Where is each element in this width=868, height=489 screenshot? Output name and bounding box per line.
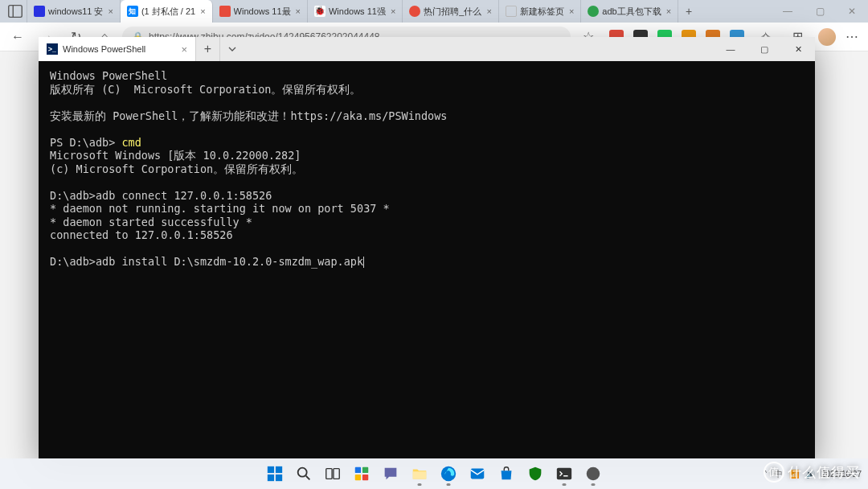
profile-avatar[interactable] (818, 28, 836, 46)
favicon-icon (34, 6, 45, 17)
new-tab-button[interactable]: + (678, 0, 699, 23)
tab-title: Windows 11强 (329, 6, 386, 18)
tab-title: (1 封私信 / 21 (141, 6, 195, 18)
taskbar: ˄ 中 📶 🔊 2021/10/27 (0, 458, 868, 489)
browser-tab-strip: windows11 安× 知(1 封私信 / 21× Windows 11最× … (0, 0, 868, 23)
maximize-icon[interactable]: ▢ (747, 37, 781, 61)
favicon-icon (219, 6, 231, 17)
favicon-icon: 知 (127, 6, 138, 17)
term-line: connected to 127.0.0.1:58526 (50, 228, 233, 241)
watermark-text: 什么值得买 (788, 463, 860, 482)
svg-rect-8 (326, 469, 332, 479)
favicon-icon (506, 6, 517, 17)
favicon-icon (409, 6, 420, 17)
watermark: 值 什么值得买 (764, 462, 860, 483)
minimize-icon[interactable]: — (714, 37, 747, 61)
svg-line-7 (306, 476, 310, 480)
browser-tab-active[interactable]: 知(1 封私信 / 21× (121, 0, 213, 23)
favicon-icon (588, 6, 599, 17)
svg-rect-2 (268, 466, 274, 473)
close-icon[interactable]: × (391, 6, 395, 16)
terminal-tab-bar: >_ Windows PowerShell × + — ▢ ✕ (39, 37, 815, 61)
svg-rect-3 (276, 466, 282, 473)
svg-rect-4 (268, 475, 274, 481)
store-button[interactable] (493, 460, 520, 487)
term-command-line: D:\adb>adb install D:\smzdm-10.2.0-smzdm… (50, 255, 363, 268)
term-line: D:\adb>adb connect 127.0.0.1:58526 (50, 189, 272, 202)
terminal-output[interactable]: Windows PowerShell 版权所有 (C) Microsoft Co… (39, 61, 815, 458)
start-button[interactable] (261, 460, 289, 487)
terminal-button[interactable] (551, 460, 578, 487)
browser-tab[interactable]: windows11 安× (27, 0, 121, 23)
explorer-button[interactable] (406, 460, 433, 487)
tab-title: 新建标签页 (520, 6, 564, 18)
svg-point-6 (298, 468, 307, 477)
terminal-window: >_ Windows PowerShell × + — ▢ ✕ Windows … (39, 37, 815, 458)
terminal-tab[interactable]: >_ Windows PowerShell × (39, 37, 195, 61)
close-icon[interactable]: × (666, 6, 671, 16)
terminal-dropdown-button[interactable] (219, 37, 244, 61)
svg-rect-11 (362, 467, 368, 473)
svg-rect-10 (355, 467, 361, 473)
close-icon[interactable]: × (569, 6, 574, 16)
close-icon[interactable]: × (486, 6, 491, 16)
minimize-icon[interactable]: — (772, 0, 804, 23)
favicon-icon: 🐞 (314, 6, 326, 17)
browser-tab[interactable]: 热门招聘_什么× (403, 0, 499, 23)
close-icon[interactable]: ✕ (781, 37, 815, 61)
tab-title: Windows 11最 (234, 6, 291, 18)
maximize-icon[interactable]: ▢ (804, 0, 836, 23)
close-icon[interactable]: × (296, 6, 301, 16)
mail-button[interactable] (464, 460, 491, 487)
browser-tab[interactable]: adb工具包下载× (581, 0, 678, 23)
term-line: 版权所有 (C) Microsoft Corporation。保留所有权利。 (50, 83, 361, 96)
svg-rect-0 (8, 6, 22, 18)
term-line: 安装最新的 PowerShell，了解新功能和改进！https://aka.ms… (50, 109, 447, 122)
browser-tab[interactable]: 🐞Windows 11强× (308, 0, 403, 23)
tab-title: 热门招聘_什么 (424, 6, 481, 18)
new-terminal-tab-button[interactable]: + (195, 37, 219, 61)
close-icon[interactable]: ✕ (836, 0, 868, 23)
svg-rect-9 (334, 469, 339, 479)
close-icon[interactable]: × (108, 6, 113, 16)
term-line: Windows PowerShell (50, 69, 167, 82)
sidebar-toggle-icon[interactable] (3, 0, 27, 23)
menu-icon[interactable]: ⋯ (845, 29, 858, 44)
wsa-button[interactable] (579, 460, 607, 487)
browser-tab[interactable]: 新建标签页× (499, 0, 581, 23)
widgets-button[interactable] (348, 460, 375, 487)
svg-rect-16 (471, 469, 485, 479)
term-command: cmd (121, 136, 141, 149)
terminal-tab-title: Windows PowerShell (63, 44, 145, 54)
svg-rect-17 (557, 468, 571, 480)
svg-point-18 (587, 467, 600, 481)
svg-rect-5 (276, 475, 282, 481)
powershell-icon: >_ (47, 43, 58, 55)
svg-rect-13 (362, 475, 368, 480)
close-icon[interactable]: × (181, 43, 187, 55)
close-icon[interactable]: × (200, 6, 205, 16)
term-line: (c) Microsoft Corporation。保留所有权利。 (50, 162, 303, 175)
tab-title: windows11 安 (48, 6, 103, 18)
term-line: * daemon started successfully * (50, 216, 252, 228)
svg-rect-14 (413, 471, 427, 479)
search-button[interactable] (290, 460, 317, 487)
security-button[interactable] (522, 460, 549, 487)
term-line: * daemon not running. starting it now on… (50, 202, 390, 215)
browser-tab[interactable]: Windows 11最× (213, 0, 308, 23)
term-prompt: PS D:\adb> (50, 136, 121, 149)
watermark-icon: 值 (764, 462, 784, 483)
term-line: Microsoft Windows [版本 10.0.22000.282] (50, 149, 301, 162)
svg-rect-12 (355, 475, 361, 480)
tab-title: adb工具包下载 (602, 6, 661, 18)
back-button[interactable]: ← (6, 26, 29, 48)
cursor-icon (363, 257, 364, 268)
task-view-button[interactable] (319, 460, 346, 487)
chat-button[interactable] (377, 460, 404, 487)
edge-button[interactable] (435, 460, 462, 487)
